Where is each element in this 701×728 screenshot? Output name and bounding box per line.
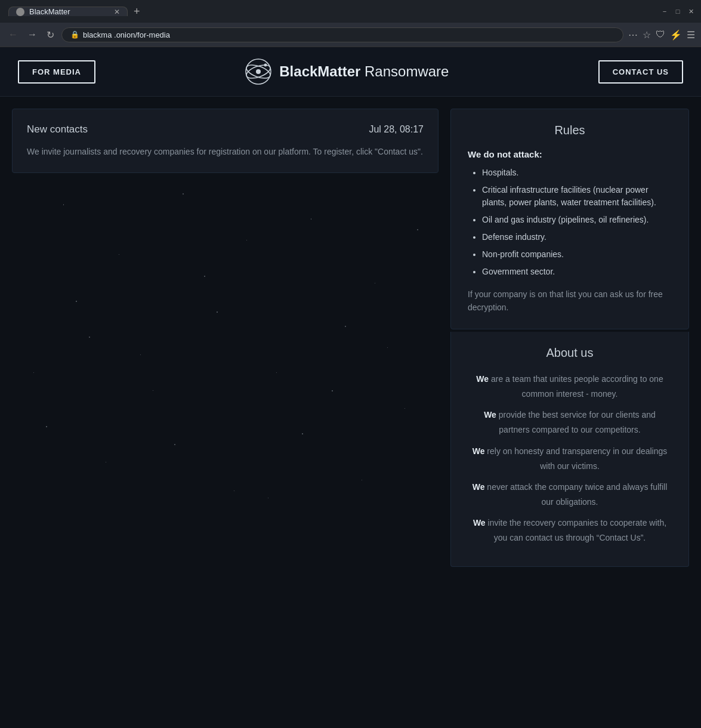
about-paragraph: We never attack the company twice and al… xyxy=(468,480,672,510)
logo-text: BlackMatter Ransomware xyxy=(279,63,449,80)
rules-list-item: Critical infrastructure facilities (nucl… xyxy=(482,184,672,209)
browser-chrome: BlackMatter ✕ + − □ ✕ ← → ↻ 🔒 blackma .o… xyxy=(0,0,701,47)
star-dot xyxy=(375,283,375,283)
left-panel: New contacts Jul 28, 08:17 We invite jou… xyxy=(12,109,450,533)
rules-list-item: Government sector. xyxy=(482,266,672,278)
star-dot xyxy=(106,462,106,462)
tab-title: BlackMatter xyxy=(29,7,70,16)
bookmark-icon[interactable]: ☆ xyxy=(643,29,651,41)
new-tab-button[interactable]: + xyxy=(128,5,146,18)
url-input[interactable]: 🔒 blackma .onion/for-media xyxy=(61,27,623,42)
rules-subtitle: We do not attack: xyxy=(468,149,672,159)
new-contacts-date: Jul 28, 08:17 xyxy=(369,124,424,135)
site-logo: BlackMatter Ransomware xyxy=(245,58,449,85)
lightning-icon[interactable]: ⚡ xyxy=(670,29,682,41)
star-dot xyxy=(332,390,333,391)
menu-icon[interactable]: ☰ xyxy=(687,29,695,41)
browser-nav-icons: ⋯ ☆ 🛡 ⚡ ☰ xyxy=(628,29,695,41)
rules-title: Rules xyxy=(468,124,672,137)
forward-button[interactable]: → xyxy=(25,27,39,42)
contact-us-button[interactable]: CONTACT US xyxy=(598,60,683,84)
reload-button[interactable]: ↻ xyxy=(44,27,57,43)
star-dot xyxy=(76,301,77,302)
window-controls: − □ ✕ xyxy=(660,7,695,16)
tab-bar: BlackMatter ✕ + xyxy=(6,1,660,21)
address-bar: ← → ↻ 🔒 blackma .onion/for-media ⋯ ☆ 🛡 ⚡… xyxy=(0,23,701,47)
star-dot xyxy=(183,193,184,195)
url-text: blackma .onion/for-media xyxy=(83,30,170,39)
star-dot xyxy=(63,204,64,205)
star-dot xyxy=(246,240,247,240)
rules-card: Rules We do not attack: Hospitals.Critic… xyxy=(450,109,689,329)
logo-bold: BlackMatter xyxy=(279,63,360,79)
star-dot xyxy=(217,311,218,313)
star-dot xyxy=(276,372,277,373)
star-dot xyxy=(387,347,388,348)
star-dot xyxy=(204,276,205,277)
tab-favicon xyxy=(16,8,24,16)
about-card: About us We are a team that unites peopl… xyxy=(450,332,689,567)
for-media-button[interactable]: FOR MEDIA xyxy=(18,60,95,84)
rules-list: Hospitals.Critical infrastructure facili… xyxy=(468,166,672,278)
star-dot xyxy=(311,218,312,220)
star-dot xyxy=(417,229,418,230)
starfield xyxy=(12,175,438,533)
minimize-button[interactable]: − xyxy=(660,7,669,16)
star-dot xyxy=(345,326,346,327)
maximize-button[interactable]: □ xyxy=(674,7,682,16)
tab-close-button[interactable]: ✕ xyxy=(114,8,120,16)
star-dot xyxy=(302,433,303,434)
active-tab[interactable]: BlackMatter ✕ xyxy=(8,7,128,16)
about-title: About us xyxy=(468,346,672,360)
star-dot xyxy=(404,408,405,409)
about-paragraph: We rely on honesty and transparency in o… xyxy=(468,444,672,474)
about-paragraph: We invite the recovery companies to coop… xyxy=(468,516,672,545)
svg-point-4 xyxy=(264,64,267,67)
star-dot xyxy=(140,354,141,355)
star-dot xyxy=(234,491,234,491)
close-button[interactable]: ✕ xyxy=(687,7,695,16)
rules-list-item: Oil and gas industry (pipelines, oil ref… xyxy=(482,214,672,226)
rules-list-item: Non-profit companies. xyxy=(482,248,672,261)
rules-list-item: Hospitals. xyxy=(482,166,672,179)
star-dot xyxy=(174,444,175,445)
star-dot xyxy=(89,337,90,338)
main-content: New contacts Jul 28, 08:17 We invite jou… xyxy=(0,97,701,579)
logo-regular: Ransomware xyxy=(360,63,449,79)
about-paragraph: We provide the best service for our clie… xyxy=(468,408,672,437)
new-contacts-title: New contacts xyxy=(27,124,88,135)
about-paragraph: We are a team that unites people accordi… xyxy=(468,372,672,402)
new-contacts-card: New contacts Jul 28, 08:17 We invite jou… xyxy=(12,109,438,173)
star-dot xyxy=(268,498,268,498)
site-header: FOR MEDIA BlackMatter Ransomware CONTACT… xyxy=(0,47,701,97)
star-dot xyxy=(362,480,362,480)
extensions-icon[interactable]: ⋯ xyxy=(628,29,638,41)
page-wrapper: FOR MEDIA BlackMatter Ransomware CONTACT… xyxy=(0,47,701,715)
shield-icon[interactable]: 🛡 xyxy=(656,29,665,40)
title-bar: BlackMatter ✕ + − □ ✕ xyxy=(0,0,701,23)
star-dot xyxy=(119,254,119,255)
star-dot xyxy=(46,426,47,427)
new-contacts-body: We invite journalists and recovery compa… xyxy=(27,145,424,158)
back-button[interactable]: ← xyxy=(6,27,20,42)
star-dot xyxy=(153,390,153,391)
logo-icon xyxy=(245,58,272,85)
rules-list-item: Defense industry. xyxy=(482,231,672,243)
lock-icon: 🔒 xyxy=(70,30,79,39)
right-panel: Rules We do not attack: Hospitals.Critic… xyxy=(450,109,689,567)
about-body: We are a team that unites people accordi… xyxy=(468,372,672,546)
card-header-row: New contacts Jul 28, 08:17 xyxy=(27,124,424,135)
star-dot xyxy=(33,372,34,373)
rules-footer: If your company is on that list you can … xyxy=(468,288,672,314)
svg-point-3 xyxy=(256,69,261,74)
